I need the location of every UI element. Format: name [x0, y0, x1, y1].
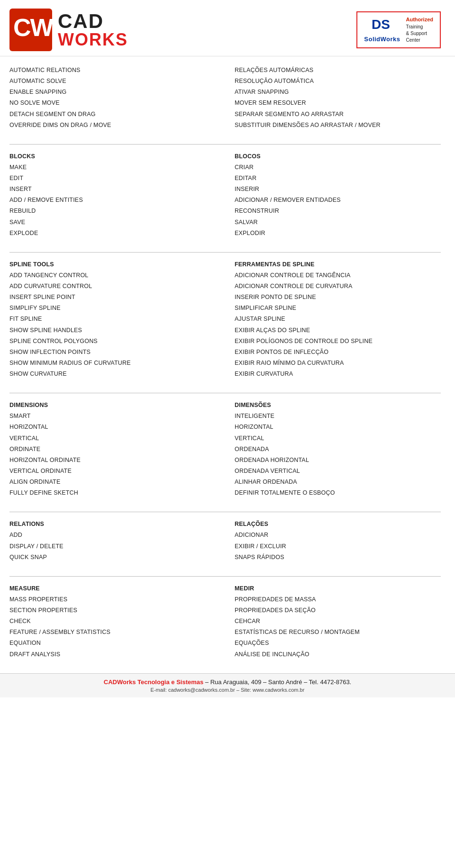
item-left-spline-10: SHOW CURVATURE	[9, 369, 216, 380]
section-blocks-left: BLOCKSMAKEEDITINSERTADD / REMOVE ENTITIE…	[9, 151, 216, 239]
item-right-blocks-5: RECONSTRUIR	[235, 206, 441, 217]
item-left-measure-1: MASS PROPERTIES	[9, 594, 216, 605]
section-top-relations-left: AUTOMATIC RELATIONSAUTOMATIC SOLVEENABLE…	[9, 65, 216, 131]
item-left-blocks-6: SAVE	[9, 217, 216, 228]
section-relations-right: RELAÇÕESADICIONAREXIBIR / EXCLUIRSNAPS R…	[235, 519, 441, 563]
item-right-dimensions-6: ORDENADA VERTICAL	[235, 466, 441, 477]
item-left-relations-0: RELATIONS	[9, 519, 216, 530]
item-right-spline-5: AJUSTAR SPLINE	[235, 314, 441, 325]
item-right-relations-0: RELAÇÕES	[235, 519, 441, 530]
item-right-blocks-1: CRIAR	[235, 162, 441, 173]
section-dimensions: DIMENSIONSSMARTHORIZONTALVERTICALORDINAT…	[9, 400, 441, 498]
footer-address: – Rua Araguaia, 409 – Santo André – Tel.…	[203, 678, 351, 686]
item-right-spline-2: ADICIONAR CONTROLE DE CURVATURA	[235, 281, 441, 292]
item-left-spline-7: SPLINE CONTROL POLYGONS	[9, 336, 216, 347]
section-blocks: BLOCKSMAKEEDITINSERTADD / REMOVE ENTITIE…	[9, 151, 441, 239]
item-left-dimensions-0: DIMENSIONS	[9, 400, 216, 411]
divider-dimensions	[9, 512, 441, 512]
divider-top-relations	[9, 144, 441, 145]
item-right-spline-8: EXIBIR PONTOS DE INFLECÇÃO	[235, 347, 441, 358]
item-right-measure-0: MEDIR	[235, 583, 441, 594]
item-right-top-relations-2: ATIVAR SNAPPING	[235, 87, 441, 98]
page-footer: CADWorks Tecnologia e Sistemas – Rua Ara…	[0, 673, 455, 697]
item-left-measure-5: EQUATION	[9, 638, 216, 649]
item-left-spline-5: FIT SPLINE	[9, 314, 216, 325]
item-right-measure-2: PROPRIEDADES DA SEÇÃO	[235, 605, 441, 616]
item-right-relations-3: SNAPS RÁPIDOS	[235, 552, 441, 563]
item-left-spline-8: SHOW INFLECTION POINTS	[9, 347, 216, 358]
logo-area: CW CAD WORKS	[9, 9, 128, 51]
item-left-top-relations-3: NO SOLVE MOVE	[9, 98, 216, 108]
item-left-relations-1: ADD	[9, 530, 216, 541]
item-left-dimensions-2: HORIZONTAL	[9, 422, 216, 433]
item-right-measure-6: ANÁLISE DE INCLINAÇÃO	[235, 649, 441, 660]
item-left-relations-2: DISPLAY / DELETE	[9, 541, 216, 552]
divider-spline	[9, 393, 441, 393]
item-right-spline-7: EXIBIR POLÍGONOS DE CONTROLE DO SPLINE	[235, 336, 441, 347]
item-right-dimensions-5: ORDENADA HORIZONTAL	[235, 455, 441, 466]
item-right-dimensions-4: ORDENADA	[235, 444, 441, 455]
item-left-spline-6: SHOW SPLINE HANDLES	[9, 325, 216, 336]
item-right-blocks-0: BLOCOS	[235, 151, 441, 162]
item-right-dimensions-1: INTELIGENTE	[235, 411, 441, 422]
section-relations: RELATIONSADDDISPLAY / DELETEQUICK SNAPRE…	[9, 519, 441, 563]
item-left-blocks-1: MAKE	[9, 162, 216, 173]
item-left-blocks-0: BLOCKS	[9, 151, 216, 162]
item-left-top-relations-0: AUTOMATIC RELATIONS	[9, 65, 216, 76]
section-measure-left: MEASUREMASS PROPERTIESSECTION PROPERTIES…	[9, 583, 216, 660]
section-blocks-right: BLOCOSCRIAREDITARINSERIRADICIONAR / REMO…	[235, 151, 441, 239]
section-dimensions-right: DIMENSÕESINTELIGENTEHORIZONTALVERTICALOR…	[235, 400, 441, 498]
sw-logo: DS SolidWorks	[364, 17, 400, 43]
sw-badge-text: Authorized Training & Support Center	[406, 16, 433, 43]
divider-relations	[9, 576, 441, 577]
item-left-blocks-4: ADD / REMOVE ENTITIES	[9, 195, 216, 206]
item-right-spline-3: INSERIR PONTO DE SPLINE	[235, 292, 441, 303]
section-spline-right: FERRAMENTAS DE SPLINEADICIONAR CONTROLE …	[235, 259, 441, 380]
training-text: Training	[406, 24, 433, 30]
item-right-blocks-7: EXPLODIR	[235, 228, 441, 239]
footer-email: E-mail: cadworks@cadworks.com.br	[151, 687, 235, 693]
item-left-measure-6: DRAFT ANALYSIS	[9, 649, 216, 660]
item-right-measure-5: EQUAÇÕES	[235, 638, 441, 649]
footer-sub: E-mail: cadworks@cadworks.com.br – Site:…	[9, 687, 446, 693]
section-top-relations: AUTOMATIC RELATIONSAUTOMATIC SOLVEENABLE…	[9, 65, 441, 131]
item-left-spline-0: SPLINE TOOLS	[9, 259, 216, 270]
section-top-relations-right: RELAÇÕES AUTOMÁRICASRESOLUÇÃO AUTOMÁTICA…	[235, 65, 441, 131]
logo-cad: CAD	[58, 11, 128, 31]
logo-text: CAD WORKS	[58, 11, 128, 48]
footer-main: CADWorks Tecnologia e Sistemas – Rua Ara…	[9, 678, 446, 686]
item-left-relations-3: QUICK SNAP	[9, 552, 216, 563]
item-right-blocks-4: ADICIONAR / REMOVER ENTIDADES	[235, 195, 441, 206]
item-right-dimensions-7: ALINHAR ORDENADA	[235, 477, 441, 488]
item-left-blocks-7: EXPLODE	[9, 228, 216, 239]
item-left-measure-3: CHECK	[9, 616, 216, 627]
item-right-dimensions-3: VERTICAL	[235, 433, 441, 444]
item-right-spline-4: SIMPLIFICAR SPLINE	[235, 303, 441, 314]
item-left-top-relations-4: DETACH SEGMENT ON DRAG	[9, 109, 216, 120]
section-measure: MEASUREMASS PROPERTIESSECTION PROPERTIES…	[9, 583, 441, 660]
item-left-top-relations-5: OVERRIDE DIMS ON DRAG / MOVE	[9, 120, 216, 131]
item-left-spline-9: SHOW MINIMUM RADIUS OF CURVATURE	[9, 358, 216, 369]
section-spline-left: SPLINE TOOLSADD TANGENCY CONTROLADD CURV…	[9, 259, 216, 380]
item-left-dimensions-1: SMART	[9, 411, 216, 422]
item-right-measure-3: CEHCAR	[235, 616, 441, 627]
item-left-blocks-2: EDIT	[9, 173, 216, 184]
item-left-top-relations-1: AUTOMATIC SOLVE	[9, 76, 216, 87]
item-left-spline-1: ADD TANGENCY CONTROL	[9, 270, 216, 281]
item-right-blocks-6: SALVAR	[235, 217, 441, 228]
item-right-blocks-2: EDITAR	[235, 173, 441, 184]
center-text: Center	[406, 37, 433, 44]
item-right-top-relations-3: MOVER SEM RESOLVER	[235, 98, 441, 108]
item-right-top-relations-0: RELAÇÕES AUTOMÁRICAS	[235, 65, 441, 76]
item-left-measure-4: FEATURE / ASSEMBLY STATISTICS	[9, 627, 216, 638]
item-right-blocks-3: INSERIR	[235, 184, 441, 195]
solidworks-icon: DS	[371, 17, 393, 35]
sw-brand-text: SolidWorks	[364, 36, 400, 43]
support-text: & Support	[406, 30, 433, 37]
section-spline: SPLINE TOOLSADD TANGENCY CONTROLADD CURV…	[9, 259, 441, 380]
item-left-measure-0: MEASURE	[9, 583, 216, 594]
section-relations-left: RELATIONSADDDISPLAY / DELETEQUICK SNAP	[9, 519, 216, 563]
section-measure-right: MEDIRPROPRIEDADES DE MASSAPROPRIEDADES D…	[235, 583, 441, 660]
item-left-blocks-3: INSERT	[9, 184, 216, 195]
page-header: CW CAD WORKS DS SolidWorks Authorized Tr…	[0, 0, 455, 56]
